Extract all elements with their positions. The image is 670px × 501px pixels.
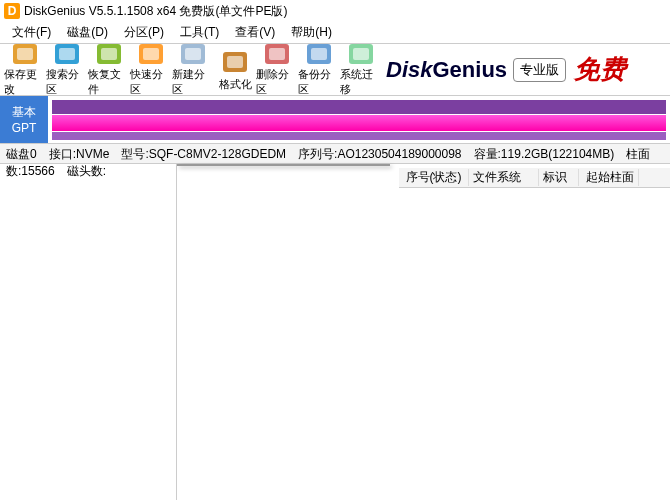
svg-rect-7 [143,48,159,60]
svg-rect-11 [227,56,243,68]
context-menu [177,164,390,166]
tool-2[interactable]: 恢复文件 [88,46,130,94]
brand-text2: Genius [432,57,507,83]
svg-rect-1 [17,48,33,60]
partition-table-head: 序号(状态) 文件系统 标识 起始柱面 [399,168,670,188]
disk-map: 基本 GPT [0,96,670,144]
svg-rect-5 [101,48,117,60]
menubar: 文件(F) 磁盘(D) 分区(P) 工具(T) 查看(V) 帮助(H) [0,22,670,44]
toolbar: 保存更改搜索分区恢复文件快速分区新建分区格式化删除分区备份分区系统迁移 Disk… [0,44,670,96]
menu-disk[interactable]: 磁盘(D) [59,22,116,43]
svg-rect-17 [353,48,369,60]
brand-free: 免费 [574,52,626,87]
tool-5[interactable]: 格式化 [214,46,256,94]
menu-partition[interactable]: 分区(P) [116,22,172,43]
svg-rect-3 [59,48,75,60]
main-area: 序号(状态) 文件系统 标识 起始柱面 [0,164,670,500]
tool-6[interactable]: 删除分区 [256,46,298,94]
svg-rect-9 [185,48,201,60]
svg-rect-15 [311,48,327,60]
tool-8[interactable]: 系统迁移 [340,46,382,94]
disk-map-bar[interactable] [52,100,666,139]
menu-help[interactable]: 帮助(H) [283,22,340,43]
disk-map-label: 基本 GPT [0,96,48,143]
brand-text1: Disk [386,57,432,83]
menu-view[interactable]: 查看(V) [227,22,283,43]
content-area: 序号(状态) 文件系统 标识 起始柱面 [177,164,670,500]
brand: DiskGenius 专业版 免费 [386,52,626,87]
tool-4[interactable]: 新建分区 [172,46,214,94]
menu-file[interactable]: 文件(F) [4,22,59,43]
tool-3[interactable]: 快速分区 [130,46,172,94]
svg-rect-13 [269,48,285,60]
disk-tree [0,164,177,500]
tool-1[interactable]: 搜索分区 [46,46,88,94]
disk-info-line: 磁盘0接口:NVMe型号:SQF-C8MV2-128GDEDM序列号:AO123… [0,144,670,164]
tool-7[interactable]: 备份分区 [298,46,340,94]
titlebar: D DiskGenius V5.5.1.1508 x64 免费版(单文件PE版) [0,0,670,22]
app-icon: D [4,3,20,19]
partition-info-pane: 序号(状态) 文件系统 标识 起始柱面 [391,164,670,500]
window-title: DiskGenius V5.5.1.1508 x64 免费版(单文件PE版) [24,3,287,20]
menu-tools[interactable]: 工具(T) [172,22,227,43]
tool-0[interactable]: 保存更改 [4,46,46,94]
brand-badge: 专业版 [513,58,566,82]
